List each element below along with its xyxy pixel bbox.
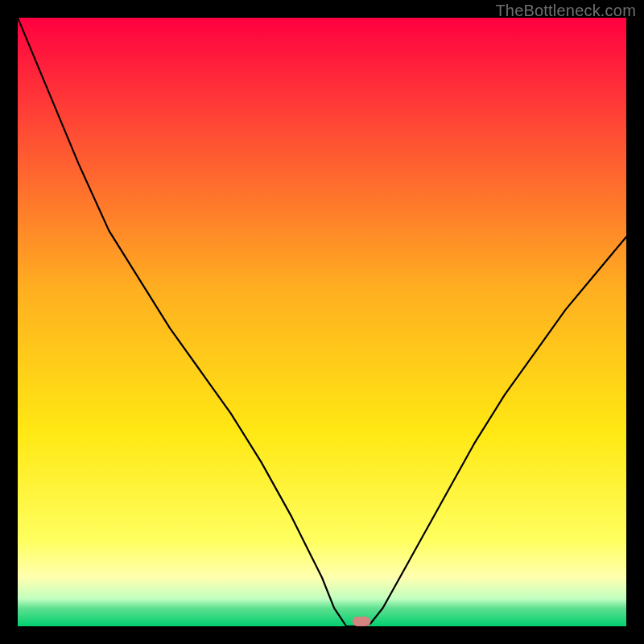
optimal-marker	[353, 617, 371, 626]
plot-area	[18, 18, 626, 626]
gradient-background	[18, 18, 626, 626]
chart-container: TheBottleneck.com	[0, 0, 644, 644]
chart-svg	[18, 18, 626, 626]
